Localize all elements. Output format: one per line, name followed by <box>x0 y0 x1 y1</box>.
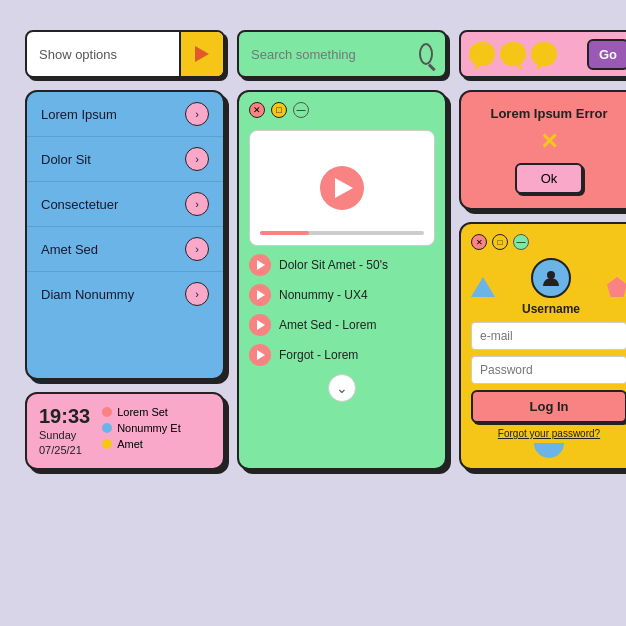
show-options-button[interactable] <box>179 32 223 76</box>
list-item-label: Consectetuer <box>41 197 118 212</box>
playlist-item-title: Forgot - Lorem <box>279 348 358 362</box>
legend-item: Lorem Set <box>102 406 181 418</box>
triangle-shape <box>471 277 495 297</box>
list-item[interactable]: Diam Nonummy › <box>27 272 223 316</box>
list-item[interactable]: Amet Sed › <box>27 227 223 272</box>
legend-item: Amet <box>102 438 181 450</box>
login-button[interactable]: Log In <box>471 390 626 423</box>
legend-label: Lorem Set <box>117 406 168 418</box>
pentagon-shape <box>607 277 626 297</box>
playlist-item-title: Amet Sed - Lorem <box>279 318 376 332</box>
username-label: Username <box>522 302 580 316</box>
list-item-label: Amet Sed <box>41 242 98 257</box>
login-close-button[interactable]: ✕ <box>471 234 487 250</box>
legend-item: Nonummy Et <box>102 422 181 434</box>
playlist-play-button[interactable] <box>249 284 271 306</box>
list-item[interactable]: Dolor Sit › <box>27 137 223 182</box>
video-player <box>249 130 435 246</box>
playlist-item: Forgot - Lorem <box>249 344 435 366</box>
playlist-item: Amet Sed - Lorem <box>249 314 435 336</box>
login-min-button[interactable]: □ <box>492 234 508 250</box>
list-item-arrow[interactable]: › <box>185 192 209 216</box>
decorative-shapes: Username <box>471 258 626 316</box>
search-widget <box>237 30 447 78</box>
video-progress-fill <box>260 231 309 235</box>
go-button[interactable]: Go <box>587 39 626 70</box>
error-icon: ✕ <box>475 129 623 155</box>
playlist-item-title: Nonummy - UX4 <box>279 288 368 302</box>
playlist-play-button[interactable] <box>249 254 271 276</box>
play-icon <box>257 350 265 360</box>
password-input[interactable] <box>471 356 626 384</box>
list-item-arrow[interactable]: › <box>185 237 209 261</box>
list-item[interactable]: Lorem Ipsum › <box>27 92 223 137</box>
list-item-label: Lorem Ipsum <box>41 107 117 122</box>
show-options-label: Show options <box>27 47 179 62</box>
playlist-item-title: Dolor Sit Amet - 50's <box>279 258 388 272</box>
clock-date: 07/25/21 <box>39 444 90 456</box>
clock-time: 19:33 <box>39 406 90 426</box>
list-item[interactable]: Consectetuer › <box>27 182 223 227</box>
chat-tail-2 <box>516 65 522 70</box>
playlist-play-button[interactable] <box>249 314 271 336</box>
close-button[interactable]: ✕ <box>249 102 265 118</box>
play-icon <box>195 46 209 62</box>
svg-point-0 <box>547 271 555 279</box>
list-panel: Lorem Ipsum › Dolor Sit › Consectetuer ›… <box>25 90 225 380</box>
window-controls: ✕ □ — <box>249 102 435 118</box>
chat-bubble-2 <box>500 42 526 66</box>
chat-tail-3 <box>537 65 543 70</box>
play-icon <box>257 320 265 330</box>
login-panel: ✕ □ — Username Log In Forgot your passwo… <box>459 222 626 470</box>
play-icon <box>335 178 353 198</box>
show-options-widget: Show options <box>25 30 225 78</box>
playlist-item: Dolor Sit Amet - 50's <box>249 254 435 276</box>
list-item-arrow[interactable]: › <box>185 102 209 126</box>
list-item-label: Dolor Sit <box>41 152 91 167</box>
chat-bubble-3 <box>531 42 557 66</box>
playlist-item: Nonummy - UX4 <box>249 284 435 306</box>
minimize-button[interactable]: □ <box>271 102 287 118</box>
go-widget: Go <box>459 30 626 78</box>
legend-dot-blue <box>102 423 112 433</box>
legend: Lorem Set Nonummy Et Amet <box>102 406 181 450</box>
clock-panel: 19:33 Sunday 07/25/21 Lorem Set Nonummy … <box>25 392 225 470</box>
search-input[interactable] <box>251 47 419 62</box>
video-progress-bar[interactable] <box>260 231 424 235</box>
chat-bubble-1 <box>469 42 495 66</box>
semi-circle-decoration <box>534 443 564 458</box>
play-icon <box>257 290 265 300</box>
error-panel: Lorem Ipsum Error ✕ Ok <box>459 90 626 210</box>
play-icon <box>257 260 265 270</box>
chat-tail-1 <box>475 65 481 70</box>
chevron-down-button[interactable]: ⌄ <box>328 374 356 402</box>
legend-dot-yellow <box>102 439 112 449</box>
email-input[interactable] <box>471 322 626 350</box>
video-play-button[interactable] <box>320 166 364 210</box>
search-icon[interactable] <box>419 43 433 65</box>
login-max-button[interactable]: — <box>513 234 529 250</box>
video-panel: ✕ □ — Dolor Sit Amet - 50's Nonummy - UX… <box>237 90 447 470</box>
list-item-arrow[interactable]: › <box>185 282 209 306</box>
playlist-play-button[interactable] <box>249 344 271 366</box>
login-window-controls: ✕ □ — <box>471 234 626 250</box>
list-item-arrow[interactable]: › <box>185 147 209 171</box>
forgot-password-link[interactable]: Forgot your password? <box>471 428 626 439</box>
legend-dot-red <box>102 407 112 417</box>
legend-label: Nonummy Et <box>117 422 181 434</box>
legend-label: Amet <box>117 438 143 450</box>
ok-button[interactable]: Ok <box>515 163 584 194</box>
avatar-icon <box>531 258 571 298</box>
list-item-label: Diam Nonummy <box>41 287 134 302</box>
error-title: Lorem Ipsum Error <box>475 106 623 121</box>
clock-day: Sunday <box>39 429 90 441</box>
maximize-button[interactable]: — <box>293 102 309 118</box>
